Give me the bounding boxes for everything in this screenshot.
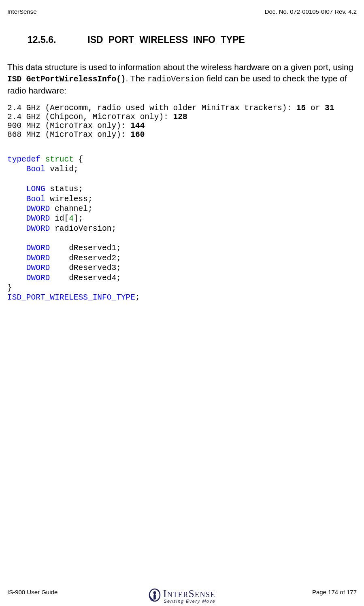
radio-line-4: 868 MHz (MicroTrax only):: [7, 130, 130, 139]
arr-size-4: 4: [69, 214, 74, 223]
para-text-2: . The: [126, 74, 147, 83]
radio-value-15: 15: [296, 104, 306, 113]
struct-code-block: typedef struct { Bool valid; LONG status…: [7, 155, 357, 303]
field-valid: valid;: [45, 165, 79, 174]
indent: [7, 195, 26, 204]
field-status: status;: [45, 185, 83, 193]
type-dword-1: DWORD: [26, 204, 50, 213]
res-pad: [50, 264, 69, 272]
field-name: radioVersion: [147, 75, 204, 84]
section-title: ISD_PORT_WIRELESS_INFO_TYPE: [87, 34, 245, 45]
type-bool-1: Bool: [26, 165, 45, 174]
type-dword-4: DWORD: [26, 244, 50, 253]
type-dword-2: DWORD: [26, 214, 50, 223]
footer-logo: InterSense Sensing Every Move: [0, 588, 364, 604]
res-pad: [50, 254, 69, 263]
indent: [7, 254, 26, 263]
semicolon: ;: [135, 293, 140, 302]
field-r2: dReserved2;: [69, 254, 121, 263]
radio-line-1-or: or: [306, 104, 325, 113]
indent: [7, 185, 26, 193]
kw-typedef: typedef: [7, 155, 40, 164]
logo-icon: [149, 588, 161, 604]
header-left: InterSense: [7, 8, 37, 15]
kw-struct: struct: [45, 155, 74, 164]
intro-paragraph: This data structure is used to informati…: [7, 62, 357, 96]
para-text-1: This data structure is used to informati…: [7, 62, 353, 72]
function-name: ISD_GetPortWirelessInfo(): [7, 75, 126, 84]
field-r3: dReserved3;: [69, 264, 121, 272]
radio-line-1: 2.4 GHz (Aerocomm, radio used with older…: [7, 104, 296, 113]
brace-close: }: [7, 283, 12, 292]
logo-sub-text: Sensing Every Move: [164, 599, 215, 604]
indent: [7, 274, 26, 283]
radio-value-160: 160: [130, 130, 145, 139]
type-dword-7: DWORD: [26, 274, 50, 283]
field-r1: dReserved1;: [69, 244, 121, 253]
radio-value-31: 31: [325, 104, 334, 113]
svg-point-1: [153, 591, 156, 594]
indent: [7, 244, 26, 253]
page-header: InterSense Doc. No. 072-00105-0I07 Rev. …: [7, 8, 357, 15]
res-pad: [50, 244, 69, 253]
section-heading: 12.5.6.ISD_PORT_WIRELESS_INFO_TYPE: [28, 34, 357, 45]
type-bool-2: Bool: [26, 195, 45, 204]
radio-value-144: 144: [130, 121, 145, 130]
header-right: Doc. No. 072-00105-0I07 Rev. 4.2: [265, 8, 357, 15]
type-long: LONG: [26, 185, 45, 193]
section-number: 12.5.6.: [28, 34, 56, 45]
svg-rect-2: [153, 594, 156, 600]
radio-values-block: 2.4 GHz (Aerocomm, radio used with older…: [7, 104, 357, 139]
indent: [7, 165, 26, 174]
indent: [7, 264, 26, 272]
indent: [7, 214, 26, 223]
type-dword-5: DWORD: [26, 254, 50, 263]
indent: [7, 224, 26, 233]
radio-line-2: 2.4 GHz (Chipcon, MicroTrax only):: [7, 113, 173, 121]
type-dword-3: DWORD: [26, 224, 50, 233]
res-pad: [50, 274, 69, 283]
radio-value-128: 128: [173, 113, 187, 121]
brace-open: {: [74, 155, 83, 164]
struct-typename: ISD_PORT_WIRELESS_INFO_TYPE: [7, 293, 135, 302]
type-dword-6: DWORD: [26, 264, 50, 272]
field-id-b: ];: [74, 214, 83, 223]
logo-main-text: InterSense: [163, 589, 215, 599]
indent: [7, 204, 26, 213]
radio-line-3: 900 MHz (MicroTrax only):: [7, 121, 130, 130]
field-id-a: id[: [50, 214, 69, 223]
field-r4: dReserved4;: [69, 274, 121, 283]
field-radioversion: radioVersion;: [50, 224, 116, 233]
field-wireless: wireless;: [45, 195, 93, 204]
field-channel: channel;: [50, 204, 92, 213]
